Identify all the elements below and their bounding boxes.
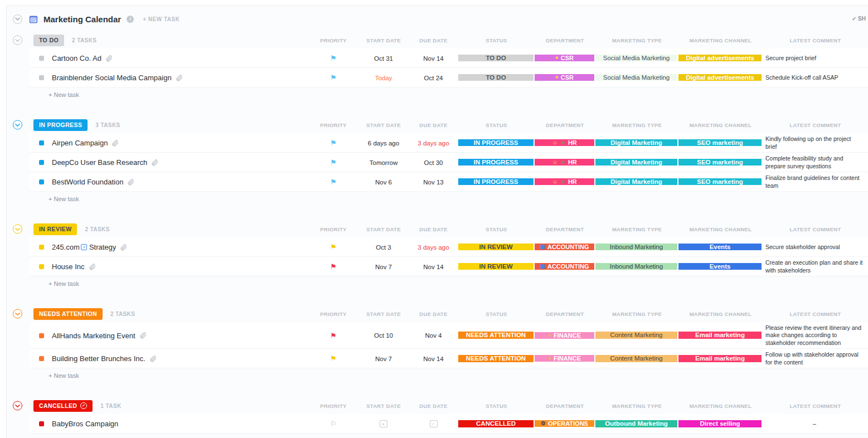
status-group-badge[interactable]: CANCELLED✓ [33, 400, 93, 412]
marketing-channel-cell[interactable]: Digital advertisements [678, 74, 762, 81]
group-new-task-button[interactable]: + New task [7, 434, 868, 438]
marketing-channel-cell[interactable]: SEO marketing [678, 178, 762, 186]
group-collapse-chevron-icon[interactable] [13, 36, 22, 45]
status-cell[interactable]: IN PROGRESS [458, 139, 534, 147]
priority-flag-icon[interactable]: ⚑ [330, 332, 337, 339]
column-header-latest-comment[interactable]: LATEST COMMENT [789, 122, 841, 128]
task-name[interactable]: Cartoon Co. Ad [52, 54, 101, 62]
task-name[interactable]: DeepCo User Base Research [52, 158, 147, 167]
start-date[interactable]: Today [375, 75, 392, 81]
column-header-department[interactable]: DEPARTMENT [546, 226, 584, 232]
latest-comment[interactable]: Finalize brand guidelines for content te… [763, 172, 868, 192]
start-date-calendar-icon[interactable]: ▸ [380, 420, 387, 427]
marketing-channel-cell[interactable]: Email marketing [678, 332, 762, 339]
marketing-type-cell[interactable]: Inbound Marketing [595, 244, 677, 251]
marketing-type-cell[interactable]: Digital Marketing [595, 178, 677, 186]
latest-comment[interactable]: Kindly following up on the project brief [763, 133, 868, 153]
priority-flag-icon[interactable]: ⚑ [330, 55, 337, 62]
column-header-due-date[interactable]: DUE DATE [419, 226, 447, 232]
marketing-type-cell[interactable]: Digital Marketing [595, 159, 677, 166]
department-cell[interactable]: ♥CSR [535, 74, 594, 81]
column-header-status[interactable]: STATUS [486, 226, 507, 232]
priority-flag-icon[interactable]: ⚑ [330, 244, 337, 251]
marketing-type-cell[interactable]: Digital Marketing [595, 139, 677, 147]
column-header-latest-comment[interactable]: LATEST COMMENT [789, 226, 841, 232]
start-date[interactable]: 6 days ago [368, 140, 399, 147]
status-group-badge[interactable]: NEEDS ATTENTION [33, 308, 103, 320]
column-header-marketing-type[interactable]: MARKETING TYPE [612, 226, 662, 232]
priority-flag-icon[interactable]: ⚑ [330, 74, 337, 81]
marketing-channel-cell[interactable]: Events [678, 244, 762, 251]
column-header-priority[interactable]: PRIORITY [320, 226, 346, 232]
latest-comment[interactable]: Complete feasibility study and prepare s… [763, 153, 868, 172]
column-header-due-date[interactable]: DUE DATE [419, 122, 447, 128]
column-header-start-date[interactable]: START DATE [366, 226, 401, 232]
department-cell[interactable]: ●FINANCE [535, 355, 594, 362]
task-name-suffix[interactable]: Strategy [89, 243, 116, 251]
column-header-status[interactable]: STATUS [486, 122, 507, 128]
column-header-priority[interactable]: PRIORITY [320, 37, 346, 43]
column-header-marketing-channel[interactable]: MARKETING CHANNEL [690, 311, 752, 317]
due-date[interactable]: Nov 14 [423, 264, 443, 270]
column-header-marketing-type[interactable]: MARKETING TYPE [612, 37, 662, 43]
start-date[interactable]: Nov 6 [375, 179, 392, 186]
department-cell[interactable]: ●FINANCE [535, 332, 594, 339]
task-name[interactable]: Building Better Brunches Inc. [52, 354, 146, 363]
due-date[interactable]: 3 days ago [418, 140, 449, 147]
status-cell[interactable]: NEEDS ATTENTION [458, 355, 534, 362]
external-link-icon[interactable]: ↗ [81, 244, 87, 250]
column-header-department[interactable]: DEPARTMENT [546, 37, 584, 43]
department-cell[interactable]: ☺☻HR [535, 178, 594, 185]
due-date[interactable]: Nov 4 [425, 332, 442, 339]
column-header-marketing-type[interactable]: MARKETING TYPE [612, 403, 662, 409]
department-cell[interactable]: ♥CSR [535, 55, 594, 61]
task-name[interactable]: House Inc [52, 262, 85, 271]
marketing-type-cell[interactable]: Social Media Marketing [595, 55, 677, 62]
due-date-calendar-icon[interactable]: ✓ [430, 420, 438, 427]
status-cell[interactable]: IN REVIEW [458, 244, 534, 251]
due-date[interactable]: Oct 30 [424, 159, 443, 166]
priority-flag-icon[interactable]: ⚑ [330, 263, 337, 270]
priority-flag-icon[interactable]: ⚑ [330, 178, 337, 186]
column-header-due-date[interactable]: DUE DATE [419, 311, 447, 317]
task-name[interactable]: Airpen Campaign [52, 139, 108, 147]
status-group-badge[interactable]: IN PROGRESS [33, 119, 88, 131]
column-header-priority[interactable]: PRIORITY [320, 122, 346, 128]
column-header-department[interactable]: DEPARTMENT [546, 311, 584, 317]
column-header-status[interactable]: STATUS [486, 311, 507, 317]
group-new-task-button[interactable]: + New task [7, 276, 868, 291]
group-collapse-chevron-icon[interactable] [13, 401, 22, 411]
marketing-type-cell[interactable]: Outbound Marketing [595, 420, 677, 427]
start-date[interactable]: Nov 7 [375, 356, 392, 362]
column-header-status[interactable]: STATUS [486, 37, 507, 43]
task-name[interactable]: 245.com [52, 243, 80, 251]
due-date[interactable]: Nov 14 [423, 55, 443, 62]
marketing-type-cell[interactable]: Content Marketing [595, 332, 677, 339]
column-header-latest-comment[interactable]: LATEST COMMENT [789, 311, 841, 317]
group-new-task-button[interactable]: + New task [7, 87, 868, 102]
group-collapse-chevron-icon[interactable] [13, 225, 22, 234]
marketing-channel-cell[interactable]: Digital advertisements [678, 55, 762, 62]
latest-comment[interactable]: Secure stakeholder approval [763, 241, 845, 253]
column-header-priority[interactable]: PRIORITY [320, 311, 346, 317]
info-icon[interactable]: i [127, 16, 134, 23]
column-header-marketing-channel[interactable]: MARKETING CHANNEL [690, 226, 752, 232]
department-cell[interactable]: ☺☻HR [535, 159, 594, 166]
column-header-start-date[interactable]: START DATE [366, 403, 401, 409]
due-date[interactable]: 3 days ago [418, 244, 449, 251]
start-date[interactable]: Tomorrow [370, 159, 397, 166]
column-header-marketing-channel[interactable]: MARKETING CHANNEL [690, 403, 752, 409]
task-name[interactable]: AllHands Marketing Event [52, 332, 135, 340]
column-header-marketing-channel[interactable]: MARKETING CHANNEL [690, 37, 752, 43]
column-header-latest-comment[interactable]: LATEST COMMENT [789, 403, 841, 409]
group-new-task-button[interactable]: + New task [7, 368, 868, 383]
column-header-marketing-channel[interactable]: MARKETING CHANNEL [690, 122, 752, 128]
column-header-start-date[interactable]: START DATE [366, 311, 401, 317]
column-header-start-date[interactable]: START DATE [366, 122, 401, 128]
task-name[interactable]: BestWorld Foundation [52, 178, 123, 186]
latest-comment[interactable]: Secure project brief [763, 52, 821, 64]
status-group-badge[interactable]: TO DO [33, 35, 64, 46]
column-header-department[interactable]: DEPARTMENT [546, 403, 584, 409]
department-cell[interactable]: ⚙OPERATIONS [535, 420, 594, 427]
due-date[interactable]: Nov 13 [423, 179, 443, 186]
